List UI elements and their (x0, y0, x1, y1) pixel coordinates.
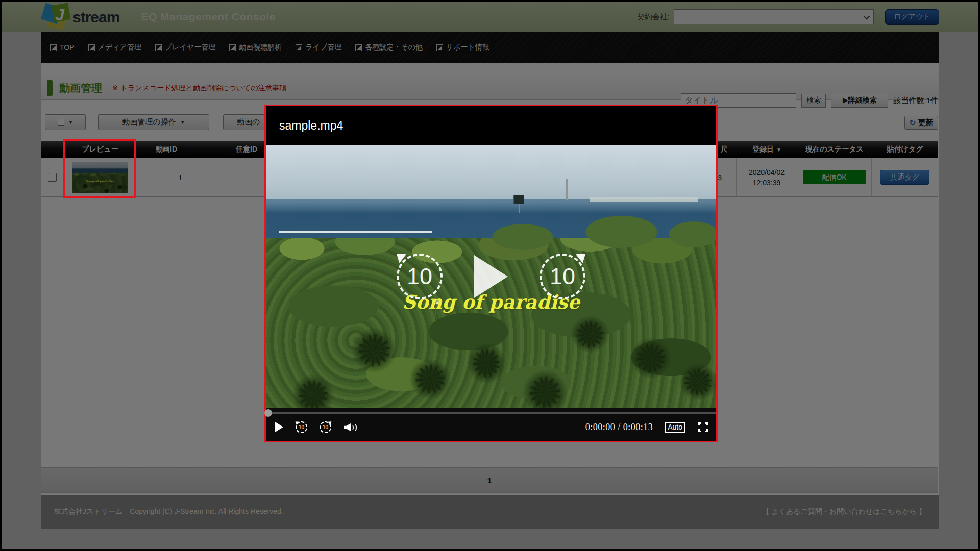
far-shoreline (590, 197, 698, 202)
quality-selector[interactable]: Auto (665, 422, 685, 433)
treeline (473, 216, 572, 258)
player-control-bar: 10 10 0:00:00 / 0:00:13 Auto (266, 408, 716, 441)
skip-back-10-button[interactable]: 10 (296, 421, 307, 433)
video-frame[interactable]: Song of paradise 10 10 (266, 145, 716, 408)
fullscreen-mask (697, 425, 709, 429)
palm-silhouette (401, 350, 460, 408)
fullscreen-icon[interactable] (698, 422, 708, 432)
scrubber-handle[interactable] (264, 409, 272, 417)
volume-icon[interactable] (344, 421, 357, 433)
volume-wave (352, 423, 357, 432)
skip-back-10-icon[interactable]: 10 (397, 254, 443, 299)
preview-annotation-box (63, 139, 136, 198)
palm-silhouette (459, 335, 513, 393)
skip-forward-10-icon[interactable]: 10 (540, 254, 585, 299)
play-button[interactable] (275, 422, 283, 432)
player-filename: sample.mp4 (266, 106, 716, 145)
progress-bar[interactable] (266, 412, 716, 414)
skip-forward-10-button[interactable]: 10 (320, 421, 331, 433)
app-screen: J stream EQ Management Console 契約会社: ログア… (2, 2, 978, 549)
center-playback-controls: 10 10 (397, 254, 585, 299)
signboard (513, 195, 524, 204)
treeline (653, 213, 716, 256)
palm-silhouette (563, 308, 617, 361)
play-icon[interactable] (474, 255, 508, 298)
shore-tower (566, 179, 568, 200)
video-player-modal: sample.mp4 (264, 105, 718, 442)
speaker-shape (344, 423, 351, 431)
browser-viewport: J stream EQ Management Console 契約会社: ログア… (0, 0, 980, 551)
palm-silhouette (342, 319, 405, 382)
video-sky (266, 145, 716, 199)
breakwater (279, 231, 432, 233)
time-display: 0:00:00 / 0:00:13 (585, 422, 653, 433)
